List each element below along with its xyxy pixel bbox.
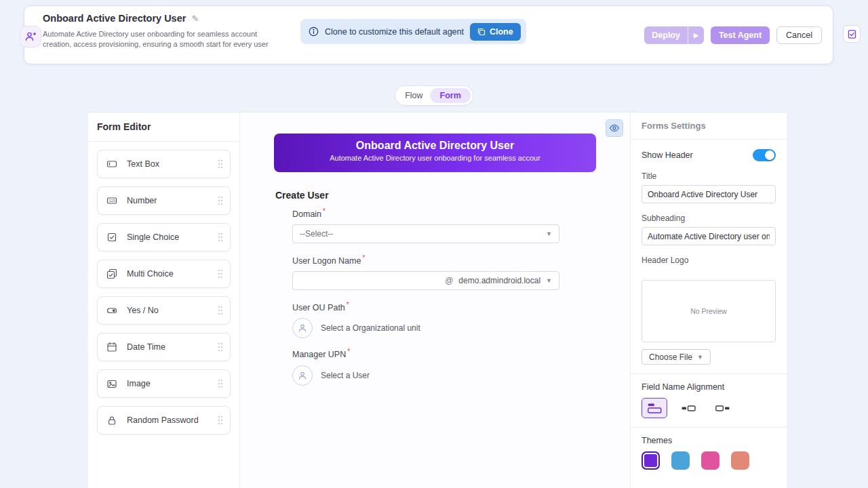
show-header-toggle[interactable]	[753, 149, 776, 161]
clone-banner-text: Clone to customize this default agent	[325, 27, 464, 37]
field-item-text-box[interactable]: Text Box	[97, 150, 231, 178]
theme-swatch-purple[interactable]	[642, 451, 660, 470]
person-icon	[298, 371, 307, 380]
ou-picker-placeholder: Select a Organizational unit	[321, 323, 420, 333]
subheading-label: Subheading	[642, 214, 776, 223]
drag-handle-icon[interactable]	[218, 306, 223, 315]
upn-domain-value[interactable]: demo.admindroid.local	[458, 276, 540, 285]
ou-picker[interactable]: Select a Organizational unit	[292, 318, 559, 338]
theme-swatch-blue[interactable]	[671, 451, 690, 470]
domain-label: Domain*	[292, 207, 559, 219]
drag-handle-icon[interactable]	[218, 196, 223, 205]
choose-file-button[interactable]: Choose File ▼	[642, 349, 711, 365]
required-asterisk: *	[323, 207, 326, 215]
header-logo-label: Header Logo	[642, 256, 776, 265]
lock-icon	[106, 415, 117, 426]
required-asterisk: *	[347, 301, 349, 308]
agent-header-card: Onboard Active Directory User ✎ Automate…	[24, 5, 833, 64]
cancel-button[interactable]: Cancel	[776, 26, 822, 44]
form-editor-panel: Form Editor Text Box 123 Number Single C…	[88, 113, 240, 488]
field-item-multi-choice[interactable]: Multi Choice	[97, 260, 231, 288]
tab-flow[interactable]: Flow	[397, 88, 430, 103]
toggle-knob	[765, 150, 774, 160]
logon-name-input[interactable]: @ demo.admindroid.local ▼	[292, 271, 559, 290]
align-top-button[interactable]	[642, 398, 667, 418]
drag-handle-icon[interactable]	[218, 415, 223, 425]
align-top-icon	[648, 403, 662, 413]
field-item-label: Number	[127, 196, 218, 205]
show-header-label: Show Header	[642, 150, 693, 160]
deploy-dropdown-arrow-icon[interactable]: ▶	[688, 32, 704, 39]
field-item-image[interactable]: Image	[97, 369, 231, 398]
title-input[interactable]	[642, 185, 776, 203]
textbox-icon	[106, 159, 117, 169]
align-right-button[interactable]	[709, 398, 735, 418]
divider	[631, 373, 787, 374]
chevron-down-icon: ▼	[546, 230, 552, 237]
eye-icon	[609, 123, 620, 134]
copy-icon	[477, 28, 486, 36]
domain-select[interactable]: --Select-- ▼	[292, 224, 559, 243]
agent-avatar	[20, 26, 41, 47]
theme-swatch-pink[interactable]	[701, 451, 719, 470]
person-icon	[298, 323, 307, 333]
view-tabs: Flow Form	[395, 85, 473, 106]
field-item-single-choice[interactable]: Single Choice	[97, 223, 231, 251]
form-banner-title: Onboard Active Directory User	[274, 140, 596, 152]
form-editor-title: Form Editor	[88, 113, 239, 142]
form-editor-list: Text Box 123 Number Single Choice Multi …	[88, 142, 239, 451]
drag-handle-icon[interactable]	[218, 379, 223, 388]
clone-banner: Clone to customize this default agent Cl…	[300, 19, 526, 44]
app-root: Onboard Active Directory User ✎ Automate…	[0, 0, 868, 488]
number-icon: 123	[106, 195, 117, 206]
title-label: Title	[642, 171, 776, 181]
agent-title: Onboard Active Directory User	[43, 13, 186, 24]
drag-handle-icon[interactable]	[218, 342, 223, 352]
align-right-icon	[715, 403, 730, 413]
manager-picker[interactable]: Select a User	[292, 365, 559, 386]
align-left-button[interactable]	[675, 398, 701, 418]
field-item-label: Multi Choice	[127, 269, 218, 279]
form-header-banner: Onboard Active Directory User Automate A…	[274, 134, 596, 172]
theme-swatch-coral[interactable]	[731, 451, 749, 470]
approvals-panel-button[interactable]	[843, 25, 861, 43]
drag-handle-icon[interactable]	[218, 232, 223, 242]
forms-settings-panel: Forms Settings Show Header Title Subhead…	[631, 113, 787, 488]
test-agent-button[interactable]: Test Agent	[711, 26, 770, 44]
deploy-button[interactable]: Deploy ▶	[644, 26, 704, 44]
drag-handle-icon[interactable]	[218, 159, 223, 169]
info-icon	[309, 26, 319, 37]
tab-form[interactable]: Form	[431, 88, 471, 103]
field-item-yes-no[interactable]: Yes / No	[97, 296, 231, 325]
checklist-icon	[847, 29, 857, 39]
themes-label: Themes	[642, 436, 776, 445]
single-choice-icon	[106, 232, 117, 243]
form-fields: Domain* --Select-- ▼ User Logon Name* @ …	[292, 207, 559, 395]
clone-button[interactable]: Clone	[470, 23, 521, 41]
at-sign: @	[445, 276, 453, 285]
domain-select-value: --Select--	[300, 229, 333, 239]
required-asterisk: *	[347, 348, 350, 355]
theme-swatches	[642, 451, 776, 479]
field-item-date-time[interactable]: Date Time	[97, 333, 231, 361]
field-item-label: Image	[127, 379, 218, 388]
no-preview-text: No Preview	[690, 307, 727, 315]
logon-name-label: User Logon Name*	[292, 254, 559, 266]
preview-button[interactable]	[606, 119, 623, 137]
drag-handle-icon[interactable]	[218, 269, 223, 279]
field-item-label: Text Box	[127, 159, 218, 169]
chevron-down-icon: ▼	[697, 354, 703, 361]
agent-description: Automate Active Directory user onboardin…	[43, 29, 269, 49]
edit-pencil-icon[interactable]: ✎	[191, 14, 199, 24]
user-add-icon	[24, 30, 37, 43]
main-area: Form Editor Text Box 123 Number Single C…	[88, 112, 787, 488]
field-item-random-password[interactable]: Random Password	[97, 406, 231, 434]
field-alignment-label: Field Name Alignment	[642, 382, 776, 392]
field-alignment-options	[642, 398, 776, 418]
multi-choice-icon	[106, 268, 117, 279]
forms-settings-title: Forms Settings	[631, 113, 787, 140]
field-item-label: Yes / No	[127, 306, 218, 315]
subheading-input[interactable]	[642, 227, 776, 245]
field-item-number[interactable]: 123 Number	[97, 186, 231, 215]
org-unit-avatar	[292, 318, 313, 338]
